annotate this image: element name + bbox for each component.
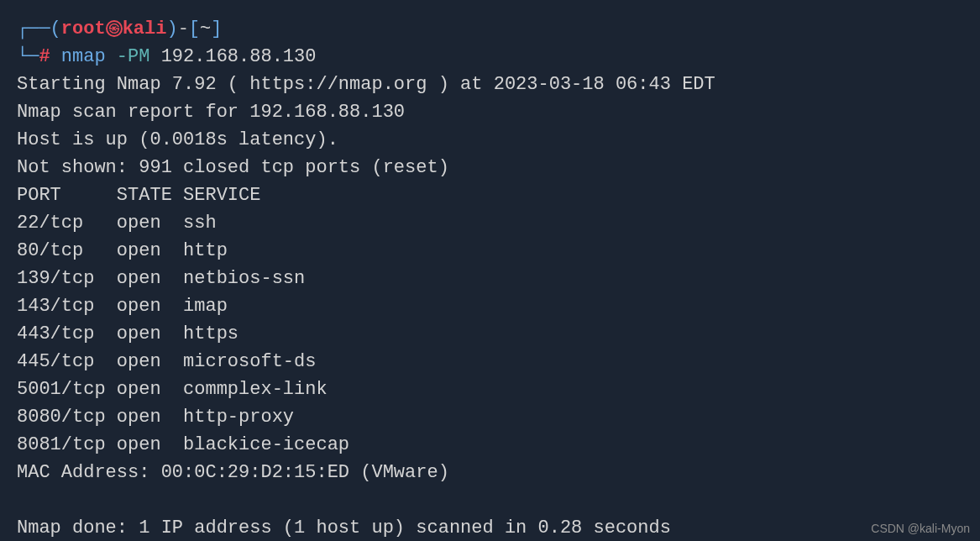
port-row: 22/tcp open ssh: [17, 209, 963, 237]
output-done: Nmap done: 1 IP address (1 host up) scan…: [17, 514, 963, 541]
branch-glyph: ┌──: [17, 18, 50, 39]
port-row: 8080/tcp open http-proxy: [17, 403, 963, 431]
cwd: ~: [200, 18, 211, 39]
output-header: PORT STATE SERVICE: [17, 181, 963, 209]
output-scanreport: Nmap scan report for 192.168.88.130: [17, 98, 963, 126]
branch-glyph-2: └─: [17, 46, 39, 67]
port-row: 80/tcp open http: [17, 237, 963, 265]
output-starting: Starting Nmap 7.92 ( https://nmap.org ) …: [17, 71, 963, 98]
port-row: 139/tcp open netbios-ssn: [17, 265, 963, 292]
paren-close: ): [166, 18, 177, 39]
port-row: 443/tcp open https: [17, 320, 963, 348]
port-row: 143/tcp open imap: [17, 292, 963, 320]
terminal-output: ┌──(root㉿kali)-[~] └─# nmap -PM 192.168.…: [17, 15, 963, 541]
output-hostup: Host is up (0.0018s latency).: [17, 126, 963, 154]
paren-open: (: [50, 18, 61, 39]
port-row: 8081/tcp open blackice-icecap: [17, 431, 963, 459]
output-notshown: Not shown: 991 closed tcp ports (reset): [17, 154, 963, 181]
output-mac: MAC Address: 00:0C:29:D2:15:ED (VMware): [17, 459, 963, 486]
output-blank: [17, 486, 963, 514]
prompt-host: kali: [123, 18, 167, 39]
command-arg: 192.168.88.130: [161, 46, 317, 67]
port-row: 445/tcp open microsoft-ds: [17, 348, 963, 376]
watermark: CSDN @kali-Myon: [871, 520, 970, 538]
prompt-line-2[interactable]: └─# nmap -PM 192.168.88.130: [17, 43, 963, 71]
at-symbol-icon: ㉿: [106, 20, 123, 37]
port-row: 5001/tcp open commplex-link: [17, 376, 963, 403]
bracket-open: [: [189, 18, 200, 39]
command-name: nmap: [61, 46, 106, 67]
dash: -: [178, 18, 189, 39]
bracket-close: ]: [211, 18, 222, 39]
command-flag: -PM: [117, 46, 150, 67]
prompt-user: root: [61, 18, 106, 39]
prompt-hash: #: [39, 46, 50, 67]
prompt-line-1: ┌──(root㉿kali)-[~]: [17, 15, 963, 43]
